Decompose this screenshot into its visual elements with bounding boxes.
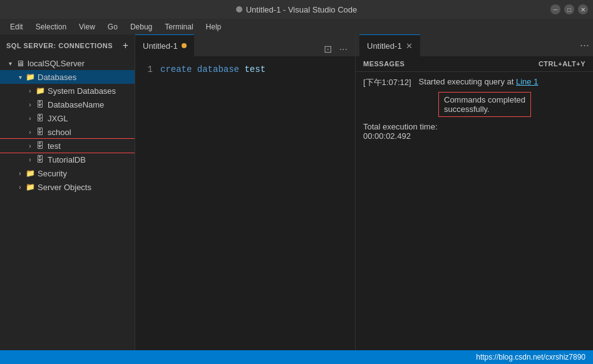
- sidebar-item-databaseName[interactable]: DatabaseName: [0, 98, 135, 111]
- label-security: Security: [38, 169, 67, 178]
- label-school: school: [48, 128, 71, 137]
- results-tab-untitled1[interactable]: Untitled-1 ✕: [359, 34, 420, 56]
- folder-icon-serverObjects: [25, 182, 35, 192]
- results-tab-close-icon[interactable]: ✕: [406, 41, 413, 51]
- chevron-tutorialDB: [25, 154, 35, 164]
- results-tab-label: Untitled-1: [367, 41, 402, 51]
- chevron-databaseName: [25, 99, 35, 109]
- label-jxgl: JXGL: [48, 114, 68, 123]
- sidebar-item-systemDatabases[interactable]: System Databases: [0, 84, 135, 98]
- identifier-test: test: [244, 64, 266, 74]
- chevron-serverObjects: [15, 182, 25, 192]
- sidebar-item-localSQLServer[interactable]: 🖥 localSQLServer: [0, 56, 135, 70]
- result-line-link[interactable]: Line 1: [516, 77, 538, 86]
- label-databases: Databases: [38, 73, 76, 82]
- label-tutorialDB: TutorialDB: [48, 155, 86, 164]
- tab-actions: ⊡ ···: [321, 42, 355, 56]
- menu-go[interactable]: Go: [103, 21, 123, 33]
- chevron-security: [15, 168, 25, 178]
- sidebar-item-tutorialDB[interactable]: TutorialDB: [0, 153, 135, 166]
- editor-tabs: Untitled-1 ⊡ ···: [135, 34, 355, 56]
- split-editor-button[interactable]: ⊡: [321, 42, 334, 56]
- tab-label: Untitled-1: [143, 41, 178, 51]
- title-bar: Untitled-1 - Visual Studio Code ─ □ ✕: [0, 0, 593, 19]
- add-connection-button[interactable]: +: [123, 41, 128, 51]
- sidebar: SQL SERVER: CONNECTIONS + 🖥 localSQLServ…: [0, 34, 135, 350]
- label-serverObjects: Server Objects: [38, 183, 91, 192]
- sidebar-item-school[interactable]: school: [0, 125, 135, 139]
- sidebar-item-security[interactable]: Security: [0, 166, 135, 180]
- close-button[interactable]: ✕: [578, 4, 588, 14]
- chevron-jxgl: [25, 113, 35, 123]
- status-url[interactable]: https://blog.csdn.net/cxrshiz7890: [476, 353, 585, 361]
- db-icon-test: [35, 141, 45, 151]
- chevron-databases: [15, 72, 25, 82]
- more-actions-button[interactable]: ···: [337, 43, 350, 56]
- label-localSQLServer: localSQLServer: [28, 59, 85, 68]
- exec-time-value: 00:00:02.492: [363, 131, 585, 141]
- folder-icon-databases: [25, 72, 35, 82]
- sidebar-header: SQL SERVER: CONNECTIONS +: [0, 34, 135, 56]
- success-line-1: Commands completed: [444, 95, 525, 104]
- label-test: test: [48, 141, 61, 151]
- success-box: Commands completed successfully.: [438, 92, 531, 117]
- code-area[interactable]: create database test: [160, 63, 355, 344]
- line-num-1: 1: [135, 63, 153, 76]
- result-row-1: [下午1:07:12] Started executing query at L…: [363, 77, 585, 88]
- result-timestamp: [下午1:07:12]: [363, 77, 411, 88]
- line-numbers: 1: [135, 63, 160, 344]
- menu-debug[interactable]: Debug: [125, 21, 157, 33]
- chevron-systemDatabases: [25, 86, 35, 96]
- status-bar: https://blog.csdn.net/cxrshiz7890: [0, 350, 593, 364]
- result-message: Started executing query at Line 1: [419, 77, 539, 88]
- sidebar-item-databases[interactable]: Databases: [0, 70, 135, 84]
- menu-help[interactable]: Help: [201, 21, 227, 33]
- messages-shortcut: CTRL+ALT+Y: [539, 60, 585, 68]
- keyword-database: database: [197, 64, 245, 74]
- folder-icon-systemDatabases: [35, 86, 45, 96]
- window-title: Untitled-1 - Visual Studio Code: [246, 5, 358, 14]
- db-icon-jxgl: [35, 113, 45, 123]
- window-controls: ─ □ ✕: [550, 4, 588, 14]
- menu-terminal[interactable]: Terminal: [160, 21, 198, 33]
- label-databaseName: DatabaseName: [48, 100, 104, 109]
- results-panel: Untitled-1 ✕ ··· MESSAGES CTRL+ALT+Y [下午…: [355, 34, 593, 350]
- chevron-school: [25, 127, 35, 137]
- folder-icon-security: [25, 168, 35, 178]
- label-systemDatabases: System Databases: [48, 86, 116, 96]
- sidebar-title: SQL SERVER: CONNECTIONS: [6, 42, 113, 49]
- sidebar-item-serverObjects[interactable]: Server Objects: [0, 180, 135, 194]
- results-content: [下午1:07:12] Started executing query at L…: [356, 72, 593, 350]
- tab-modified-dot: [182, 43, 187, 48]
- db-icon-databaseName: [35, 99, 45, 109]
- code-line-1: create database test: [160, 63, 355, 76]
- menu-selection[interactable]: Selection: [31, 21, 71, 33]
- messages-label: MESSAGES: [363, 60, 405, 68]
- chevron-test: [25, 141, 35, 151]
- menu-bar: Edit Selection View Go Debug Terminal He…: [0, 19, 593, 34]
- exec-time-container: Total execution time: 00:00:02.492: [363, 122, 585, 141]
- results-header: MESSAGES CTRL+ALT+Y: [356, 56, 593, 72]
- results-tab-bar: Untitled-1 ✕ ···: [356, 34, 593, 56]
- results-tab-more-button[interactable]: ···: [580, 39, 589, 52]
- success-line-2: successfully.: [444, 104, 525, 114]
- sidebar-item-test[interactable]: test: [0, 139, 135, 153]
- sidebar-item-jxgl[interactable]: JXGL: [0, 111, 135, 125]
- title-dot: [236, 6, 242, 13]
- editor-content: 1 create database test: [135, 56, 355, 350]
- menu-view[interactable]: View: [74, 21, 100, 33]
- keyword-create: create: [160, 64, 197, 74]
- result-success-box-container: Commands completed successfully.: [363, 91, 585, 117]
- minimize-button[interactable]: ─: [550, 4, 560, 14]
- server-icon: 🖥: [15, 58, 25, 68]
- editor-tab-untitled1[interactable]: Untitled-1: [135, 34, 194, 56]
- main-area: SQL SERVER: CONNECTIONS + 🖥 localSQLServ…: [0, 34, 593, 350]
- exec-time-label: Total execution time:: [363, 122, 585, 131]
- menu-edit[interactable]: Edit: [5, 21, 28, 33]
- chevron-localSQLServer: [5, 58, 15, 68]
- editor-area: Untitled-1 ⊡ ··· 1 create database test: [135, 34, 355, 350]
- maximize-button[interactable]: □: [564, 4, 574, 14]
- db-icon-tutorialDB: [35, 154, 45, 164]
- db-icon-school: [35, 127, 45, 137]
